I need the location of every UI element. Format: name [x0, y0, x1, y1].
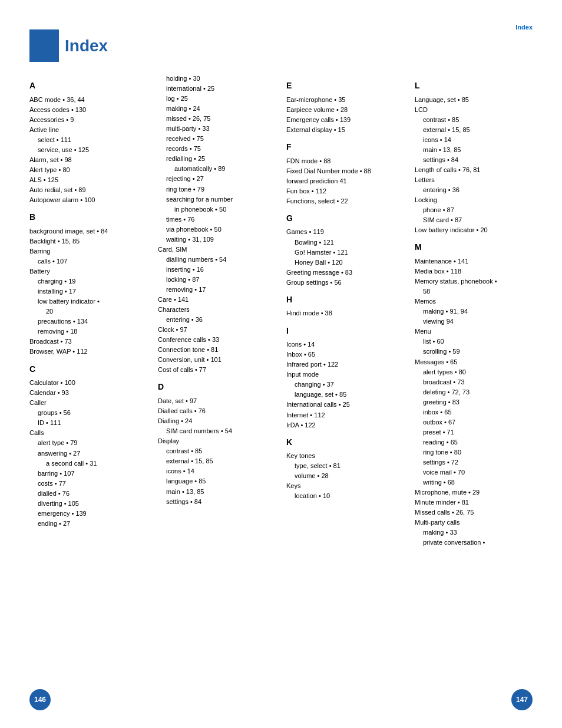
index-entry: Broadcast • 73: [29, 337, 147, 347]
index-entry: Auto redial, set • 89: [29, 185, 147, 195]
index-entry: emergency • 139: [29, 509, 147, 519]
index-entry: 20: [29, 307, 147, 317]
index-entry: External display • 15: [286, 125, 404, 135]
index-entry: Letters: [415, 175, 533, 185]
index-entry: viewing 94: [415, 317, 533, 327]
index-entry: ring tone • 79: [158, 185, 276, 195]
index-entry: Input mode: [286, 370, 404, 380]
index-entry: locking • 87: [158, 275, 276, 285]
index-column-col2: holding • 30international • 25log • 25ma…: [158, 74, 286, 548]
section-letter-K: K: [286, 436, 404, 449]
section-letter-A: A: [29, 80, 147, 93]
columns-wrapper: AABC mode • 36, 44Access codes • 130Acce…: [29, 74, 533, 548]
index-entry: Keys: [286, 481, 404, 491]
index-entry: entering • 36: [158, 315, 276, 325]
index-entry: FDN mode • 88: [286, 156, 404, 166]
index-entry: Internet • 112: [286, 410, 404, 420]
index-entry: Access codes • 130: [29, 105, 147, 115]
index-entry: Card, SIM: [158, 245, 276, 255]
index-entry: alert type • 79: [29, 438, 147, 448]
index-entry: language, set • 85: [286, 390, 404, 400]
index-entry: greeting • 83: [415, 397, 533, 407]
index-entry: Media box • 118: [415, 266, 533, 276]
index-entry: calls • 107: [29, 256, 147, 266]
index-entry: list • 60: [415, 337, 533, 347]
index-entry: ring tone • 80: [415, 447, 533, 457]
index-entry: inbox • 65: [415, 407, 533, 417]
index-entry: icons • 14: [158, 466, 276, 476]
index-entry: ALS • 125: [29, 175, 147, 185]
index-column-col1: AABC mode • 36, 44Access codes • 130Acce…: [29, 74, 158, 548]
page-title: Index: [65, 37, 108, 55]
index-entry: in phonebook • 50: [158, 205, 276, 215]
index-entry: Earpiece volume • 28: [286, 105, 404, 115]
section-letter-B: B: [29, 211, 147, 224]
index-entry: location • 10: [286, 491, 404, 501]
title-row: Index: [29, 29, 533, 62]
index-entry: 58: [415, 286, 533, 297]
index-entry: external • 15, 85: [158, 456, 276, 466]
index-entry: Greeting message • 83: [286, 268, 404, 278]
index-entry: service, use • 125: [29, 145, 147, 155]
index-entry: Caller: [29, 398, 147, 408]
index-entry: searching for a number: [158, 195, 276, 205]
section-letter-D: D: [158, 381, 276, 394]
section-letter-G: G: [286, 212, 404, 225]
index-entry: external • 15, 85: [415, 125, 533, 135]
blue-block-icon: [29, 29, 59, 62]
index-entry: Missed calls • 26, 75: [415, 508, 533, 518]
index-entry: Functions, select • 22: [286, 196, 404, 206]
index-entry: Language, set • 85: [415, 95, 533, 105]
index-entry: Minute minder • 81: [415, 498, 533, 508]
index-entry: settings • 72: [415, 457, 533, 467]
index-entry: Inbox • 65: [286, 350, 404, 360]
index-entry: outbox • 67: [415, 417, 533, 427]
index-entry: Cost of calls • 77: [158, 365, 276, 375]
page-number-left: 146: [29, 689, 51, 710]
section-letter-M: M: [415, 241, 533, 254]
index-entry: Clock • 97: [158, 325, 276, 335]
index-entry: Browser, WAP • 112: [29, 347, 147, 357]
index-entry: low battery indicator •: [29, 297, 147, 307]
index-entry: received • 75: [158, 134, 276, 144]
index-entry: main • 13, 85: [158, 487, 276, 497]
index-entry: SIM card numbers • 54: [158, 426, 276, 436]
index-entry: costs • 77: [29, 479, 147, 489]
page-container: Index Index AABC mode • 36, 44Access cod…: [0, 0, 562, 728]
index-entry: settings • 84: [158, 497, 276, 507]
index-entry: phone • 87: [415, 205, 533, 215]
index-entry: ending • 27: [29, 519, 147, 529]
index-entry: IrDA • 122: [286, 420, 404, 430]
index-entry: Dialling • 24: [158, 416, 276, 426]
index-entry: Calculator • 100: [29, 378, 147, 388]
index-entry: voice mail • 70: [415, 467, 533, 477]
index-entry: Backlight • 15, 85: [29, 236, 147, 246]
index-entry: entering • 36: [415, 185, 533, 195]
index-entry: removing • 17: [158, 285, 276, 295]
index-entry: changing • 37: [286, 380, 404, 390]
index-entry: charging • 19: [29, 276, 147, 286]
index-entry: removing • 18: [29, 327, 147, 337]
index-entry: Ear-microphone • 35: [286, 95, 404, 105]
index-entry: type, select • 81: [286, 461, 404, 471]
index-entry: answering • 27: [29, 449, 147, 459]
index-entry: log • 25: [158, 94, 276, 104]
index-entry: Alert type • 80: [29, 165, 147, 175]
index-entry: Fixed Dial Number mode • 88: [286, 166, 404, 176]
index-entry: Fun box • 112: [286, 186, 404, 196]
index-entry: settings • 84: [415, 155, 533, 165]
index-entry: automatically • 89: [158, 164, 276, 174]
index-entry: making • 24: [158, 104, 276, 114]
index-entry: Memory status, phonebook •: [415, 276, 533, 286]
index-entry: preset • 71: [415, 427, 533, 437]
index-entry: volume • 28: [286, 471, 404, 481]
index-entry: dialled • 76: [29, 489, 147, 499]
index-entry: Conference calls • 33: [158, 335, 276, 345]
index-entry: deleting • 72, 73: [415, 387, 533, 397]
index-entry: broadcast • 73: [415, 377, 533, 387]
section-letter-F: F: [286, 141, 404, 154]
top-right-label: Index: [515, 24, 533, 31]
page-number-right: 147: [511, 689, 533, 710]
index-entry: Length of calls • 76, 81: [415, 165, 533, 175]
index-entry: Display: [158, 436, 276, 446]
